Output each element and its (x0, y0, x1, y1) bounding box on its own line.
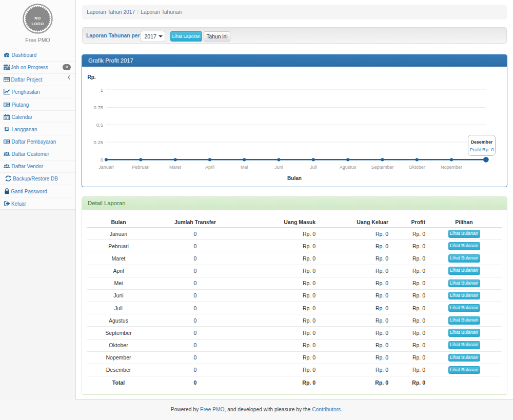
svg-text:Januari: Januari (98, 165, 114, 170)
svg-text:Oktober: Oktober (409, 165, 425, 170)
svg-text:Nopember: Nopember (441, 165, 462, 170)
svg-text:September: September (371, 165, 393, 170)
svg-text:Desember: Desember (471, 139, 493, 145)
svg-text:Bulan: Bulan (287, 175, 302, 181)
svg-text:April: April (205, 165, 214, 170)
svg-text:LOGO: LOGO (31, 22, 44, 26)
svg-text:Mei: Mei (241, 165, 248, 170)
svg-text:0.25: 0.25 (94, 139, 104, 145)
svg-text:Agustus: Agustus (340, 165, 357, 170)
svg-text:Pebruari: Pebruari (132, 165, 149, 170)
svg-text:0: 0 (101, 157, 103, 163)
svg-text:Rp.: Rp. (88, 74, 96, 80)
svg-text:Juli: Juli (310, 165, 317, 170)
svg-text:0.5: 0.5 (96, 122, 103, 128)
svg-text:Maret: Maret (169, 165, 182, 170)
svg-text:NO: NO (34, 16, 41, 21)
svg-text:0.75: 0.75 (94, 105, 104, 110)
svg-text:Profit Rp: 0: Profit Rp: 0 (470, 147, 494, 152)
svg-text:Juni: Juni (274, 165, 283, 170)
svg-text:1: 1 (101, 87, 103, 93)
